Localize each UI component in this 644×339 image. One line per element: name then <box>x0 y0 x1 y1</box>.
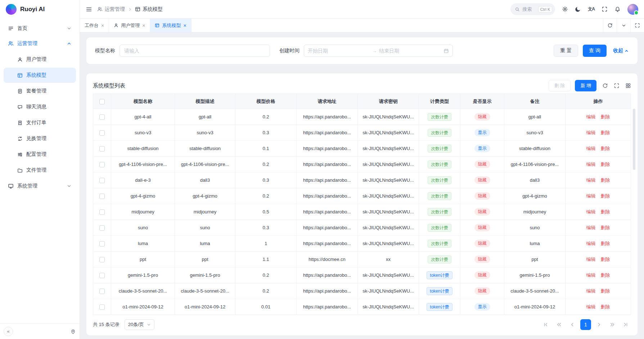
next-page-button[interactable] <box>594 319 604 330</box>
row-checkbox[interactable] <box>99 209 105 215</box>
sidebar-item-system-model[interactable]: 系统模型 <box>4 68 76 83</box>
tab-user-management[interactable]: 用户管理 × <box>109 19 150 32</box>
delete-link[interactable]: 删除 <box>601 114 610 119</box>
table-row: gpt-4-all gpt-all 0.2 https://api.pandar… <box>93 109 631 125</box>
last-page-button[interactable] <box>620 319 631 330</box>
delete-link[interactable]: 删除 <box>601 272 610 278</box>
delete-link[interactable]: 删除 <box>601 288 610 294</box>
breadcrumb: 运营管理 系统模型 <box>97 6 163 13</box>
bell-icon[interactable] <box>614 6 621 12</box>
delete-link[interactable]: 删除 <box>601 130 610 135</box>
edit-link[interactable]: 编辑 <box>586 225 596 230</box>
delete-link[interactable]: 删除 <box>601 241 610 246</box>
sidebar-item-home[interactable]: 首页 <box>4 21 76 36</box>
avatar[interactable] <box>627 4 638 15</box>
row-checkbox[interactable] <box>99 241 105 247</box>
edit-link[interactable]: 编辑 <box>586 114 596 119</box>
jump-forward-button[interactable] <box>607 319 618 330</box>
column-settings-icon[interactable] <box>625 83 631 89</box>
edit-link[interactable]: 编辑 <box>586 241 596 246</box>
tab-menu-button[interactable] <box>617 19 630 32</box>
edit-link[interactable]: 编辑 <box>586 288 596 294</box>
delete-link[interactable]: 删除 <box>601 193 610 199</box>
breadcrumb-operations[interactable]: 运营管理 <box>97 6 125 13</box>
row-checkbox[interactable] <box>99 146 105 152</box>
start-date-input[interactable] <box>308 48 370 54</box>
sidebar-item-payment-orders[interactable]: 支付订单 <box>4 115 76 130</box>
fullscreen-icon[interactable] <box>602 6 608 12</box>
page-number-button[interactable]: 1 <box>580 319 591 330</box>
edit-link[interactable]: 编辑 <box>586 177 596 183</box>
sidebar-item-config-management[interactable]: 配置管理 <box>4 147 76 162</box>
tab-workbench[interactable]: 工作台 × <box>80 19 109 32</box>
sidebar-item-label: 配置管理 <box>26 151 72 158</box>
delete-link[interactable]: 删除 <box>601 146 610 151</box>
edit-link[interactable]: 编辑 <box>586 257 596 262</box>
edit-link[interactable]: 编辑 <box>586 162 596 167</box>
delete-link[interactable]: 删除 <box>601 257 610 262</box>
model-name-input[interactable] <box>124 48 265 54</box>
scrollbar-thumb[interactable] <box>633 109 635 170</box>
row-checkbox[interactable] <box>99 130 105 136</box>
sidebar-item-package-management[interactable]: 套餐管理 <box>4 83 76 99</box>
refresh-tab-button[interactable] <box>603 19 617 32</box>
refresh-icon[interactable] <box>602 83 608 89</box>
row-checkbox[interactable] <box>99 304 105 310</box>
edit-link[interactable]: 编辑 <box>586 272 596 278</box>
delete-link[interactable]: 删除 <box>601 162 610 167</box>
moon-icon[interactable] <box>575 6 581 12</box>
delete-link[interactable]: 删除 <box>601 304 610 309</box>
global-search[interactable]: 搜索 Ctrl K <box>510 3 555 15</box>
row-checkbox[interactable] <box>99 114 105 120</box>
row-checkbox[interactable] <box>99 289 105 294</box>
add-button[interactable]: 新 增 <box>575 80 596 91</box>
prev-page-button[interactable] <box>567 319 578 330</box>
sidebar-item-exchange-management[interactable]: 兑换管理 <box>4 131 76 146</box>
pin-icon[interactable] <box>70 329 76 334</box>
tab-system-model[interactable]: 系统模型 × <box>150 19 191 32</box>
table-fullscreen-icon[interactable] <box>614 83 620 89</box>
delete-link[interactable]: 删除 <box>601 209 610 214</box>
edit-link[interactable]: 编辑 <box>586 304 596 309</box>
end-date-input[interactable] <box>379 48 441 54</box>
settings-icon[interactable] <box>562 6 568 12</box>
breadcrumb-system-model[interactable]: 系统模型 <box>135 6 163 13</box>
edit-link[interactable]: 编辑 <box>586 193 596 199</box>
row-checkbox[interactable] <box>99 194 105 199</box>
edit-link[interactable]: 编辑 <box>586 209 596 214</box>
close-icon[interactable]: × <box>183 23 186 28</box>
hamburger-icon[interactable] <box>86 6 92 13</box>
sidebar-item-system-management[interactable]: 系统管理 <box>4 178 76 194</box>
delete-selected-button[interactable]: 删 除 <box>549 80 571 91</box>
calendar-icon[interactable] <box>443 48 449 54</box>
row-checkbox[interactable] <box>99 273 105 278</box>
first-page-button[interactable] <box>540 319 551 330</box>
sidebar-item-user-management[interactable]: 用户管理 <box>4 52 76 67</box>
page-size-select[interactable]: 20条/页 <box>125 319 154 330</box>
actions-cell: 编辑删除 <box>566 141 631 157</box>
row-checkbox[interactable] <box>99 257 105 262</box>
collapse-filter-link[interactable]: 收起 <box>613 48 629 54</box>
row-checkbox[interactable] <box>99 162 105 167</box>
content-fullscreen-button[interactable] <box>630 19 644 32</box>
model-name-cell: suno <box>111 220 175 236</box>
row-checkbox[interactable] <box>99 225 105 231</box>
delete-link[interactable]: 删除 <box>601 225 610 230</box>
select-all-checkbox[interactable] <box>99 99 105 104</box>
sidebar-item-chat-messages[interactable]: 聊天消息 <box>4 99 76 114</box>
sidebar-item-file-management[interactable]: 文件管理 <box>4 163 76 178</box>
sidebar-item-operations[interactable]: 运营管理 <box>4 36 76 51</box>
edit-link[interactable]: 编辑 <box>586 130 596 135</box>
translate-icon[interactable]: 文A <box>588 6 595 12</box>
delete-link[interactable]: 删除 <box>601 177 610 183</box>
edit-link[interactable]: 编辑 <box>586 146 596 151</box>
close-icon[interactable]: × <box>101 23 104 28</box>
reset-button[interactable]: 重 置 <box>554 45 578 57</box>
billing-type-badge: 次数计费 <box>428 129 451 137</box>
request-url-cell: https://docmee.cn <box>297 252 358 267</box>
sidebar-collapse-button[interactable]: « <box>4 327 13 336</box>
jump-back-button[interactable] <box>554 319 564 330</box>
close-icon[interactable]: × <box>142 23 145 28</box>
row-checkbox[interactable] <box>99 178 105 183</box>
search-button[interactable]: 查 询 <box>583 45 607 57</box>
